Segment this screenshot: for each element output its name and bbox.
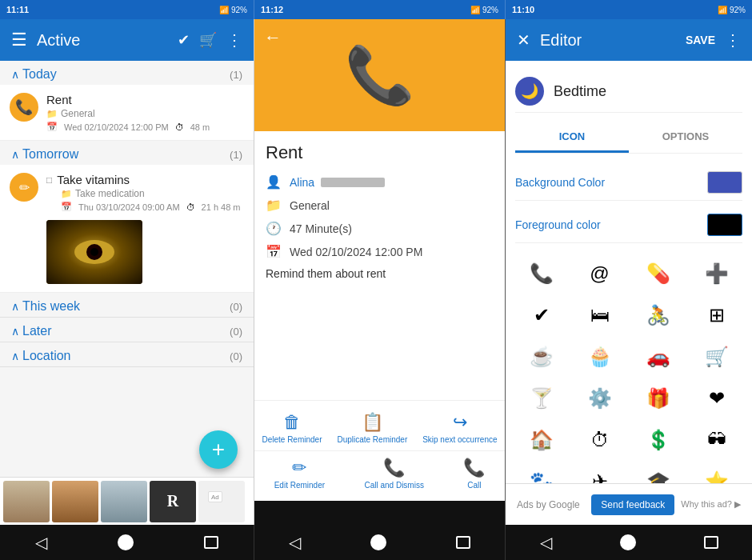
skip-occurrence-btn[interactable]: ↪ Skip next occurrence: [416, 409, 503, 447]
send-feedback-button[interactable]: Send feedback: [591, 494, 674, 515]
timer-icon-rent: ⏱: [175, 122, 184, 132]
chevron-location[interactable]: ∧: [11, 350, 19, 362]
section-title-location: Location: [22, 349, 71, 363]
hamburger-icon[interactable]: ☰: [11, 30, 27, 50]
icon-glasses[interactable]: 🕶: [690, 422, 742, 458]
more-icon-editor[interactable]: ⋮: [725, 30, 741, 50]
bedtime-icon-circle: 🌙: [515, 77, 544, 106]
nav-home-2[interactable]: [370, 534, 386, 550]
icon-home[interactable]: 🏠: [515, 422, 567, 458]
detail-category: General: [290, 199, 330, 212]
icon-cake[interactable]: 🧁: [574, 339, 626, 374]
duplicate-reminder-btn[interactable]: 📋 Duplicate Reminder: [330, 409, 414, 447]
icon-bed[interactable]: 🛏: [574, 298, 626, 333]
section-count-today: (1): [230, 69, 242, 81]
nav-back-3[interactable]: ◁: [540, 533, 552, 552]
icon-heart[interactable]: ❤: [690, 381, 742, 416]
background-color-label: Background Color: [515, 176, 605, 189]
icon-star[interactable]: ⭐: [690, 464, 742, 483]
calendar-icon-detail: 📅: [266, 244, 282, 259]
icon-grid: 📞 @ 💊 ➕ ✔ 🛏 🚴 ⊞ ☕ 🧁 🚗 🛒 🍸 ⚙️ 🎁 ❤: [515, 253, 742, 483]
nav-recents-1[interactable]: [204, 536, 218, 549]
icon-coffee[interactable]: ☕: [515, 339, 567, 374]
why-this-ad-link[interactable]: Why this ad? ▶: [681, 499, 741, 510]
background-color-swatch[interactable]: [707, 171, 742, 194]
chevron-later[interactable]: ∧: [11, 325, 19, 338]
section-title-thisweek: This week: [22, 299, 80, 314]
checkbox-vitamins: □: [46, 174, 52, 186]
chevron-thisweek[interactable]: ∧: [11, 300, 19, 313]
section-count-later: (0): [230, 326, 242, 338]
icon-cart[interactable]: 🛒: [690, 339, 742, 374]
status-time-2: 11:12: [261, 5, 283, 14]
nav-recents-2[interactable]: [456, 536, 470, 549]
call-icon: 📞: [463, 458, 485, 478]
reminder-icon-rent: 📞: [10, 93, 38, 122]
delete-icon: 🗑: [283, 412, 301, 433]
icon-bike[interactable]: 🚴: [632, 298, 684, 333]
nav-home-3[interactable]: [620, 534, 636, 550]
nav-home-1[interactable]: [118, 534, 134, 550]
duplicate-label: Duplicate Reminder: [337, 435, 407, 444]
nav-recents-3[interactable]: [704, 536, 718, 549]
battery-icon-3: 92%: [730, 6, 746, 14]
icon-at[interactable]: @: [574, 256, 626, 291]
reminder-date-vitamins: Thu 03/10/2024 09:00 AM: [78, 202, 180, 212]
icon-check[interactable]: ✔: [515, 298, 567, 333]
tab-icon[interactable]: ICON: [515, 122, 629, 153]
nav-back-1[interactable]: ◁: [35, 533, 47, 552]
fab-button[interactable]: +: [199, 430, 238, 469]
edit-icon: ✏: [292, 458, 306, 478]
contact-detail-blur: [321, 178, 385, 187]
save-button[interactable]: SAVE: [686, 34, 715, 46]
chevron-tomorrow[interactable]: ∧: [11, 148, 19, 161]
reminder-title-vitamins: Take vitamins: [57, 173, 130, 186]
signal-icon-1: 📶: [219, 6, 229, 14]
icon-grid-sym[interactable]: ⊞: [690, 298, 742, 333]
call-label: Call: [467, 481, 481, 490]
reminder-category-rent: General: [61, 108, 95, 119]
icon-plane[interactable]: ✈: [574, 464, 626, 483]
call-btn[interactable]: 📞 Call: [457, 454, 491, 493]
battery-icon-1: 92%: [231, 6, 247, 14]
status-time-3: 11:10: [512, 5, 534, 14]
section-count-tomorrow: (1): [230, 149, 242, 161]
reminder-item-vitamins[interactable]: ✏ □ Take vitamins 📁 Take medication: [0, 165, 254, 293]
icon-gift[interactable]: 🎁: [632, 381, 684, 416]
close-button[interactable]: ✕: [517, 30, 530, 50]
more-icon-1[interactable]: ⋮: [226, 30, 242, 50]
icon-gear[interactable]: ⚙️: [574, 381, 626, 416]
nav-back-2[interactable]: ◁: [289, 533, 301, 552]
icon-dollar[interactable]: 💲: [632, 422, 684, 458]
section-tomorrow: ∧ Tomorrow (1) ✏ □ Take vitamins: [0, 141, 254, 293]
icon-timer[interactable]: ⏱: [574, 422, 626, 458]
reminder-title-rent: Rent: [46, 93, 244, 106]
reminder-meta-vitamins: 21 h 48 m: [202, 202, 241, 212]
icon-plus[interactable]: ➕: [690, 256, 742, 291]
phone-icon-large: 📞: [345, 42, 414, 108]
section-title-today: Today: [22, 67, 57, 82]
battery-icon-2: 92%: [482, 6, 498, 14]
back-button[interactable]: ←: [264, 27, 282, 48]
cart-icon[interactable]: 🛒: [199, 31, 217, 49]
skip-label: Skip next occurrence: [422, 435, 497, 444]
ad-item-3: [101, 481, 147, 522]
ad-item-1: [3, 481, 50, 522]
icon-graduation[interactable]: 🎓: [632, 464, 684, 483]
reminder-item-rent[interactable]: 📞 Rent 📁 General 📅 Wed 02/10/2024 12:00 …: [0, 85, 254, 141]
chevron-today[interactable]: ∧: [11, 68, 19, 81]
contact-icon: 👤: [266, 174, 282, 190]
icon-phone[interactable]: 📞: [515, 256, 567, 291]
checkmark-icon[interactable]: ✔: [178, 31, 190, 49]
icon-cocktail[interactable]: 🍸: [515, 381, 567, 416]
foreground-color-swatch[interactable]: [707, 214, 742, 236]
delete-reminder-btn[interactable]: 🗑 Delete Reminder: [255, 409, 328, 447]
icon-car[interactable]: 🚗: [632, 339, 684, 374]
call-dismiss-btn[interactable]: 📞 Call and Dismiss: [358, 454, 430, 493]
tab-options[interactable]: OPTIONS: [629, 122, 742, 153]
edit-reminder-btn[interactable]: ✏ Edit Reminder: [268, 454, 331, 493]
reminder-icon-vitamins: ✏: [10, 173, 38, 202]
folder-icon-rent: 📁: [46, 109, 58, 119]
icon-paw[interactable]: 🐾: [515, 464, 567, 483]
icon-pill[interactable]: 💊: [632, 256, 684, 291]
